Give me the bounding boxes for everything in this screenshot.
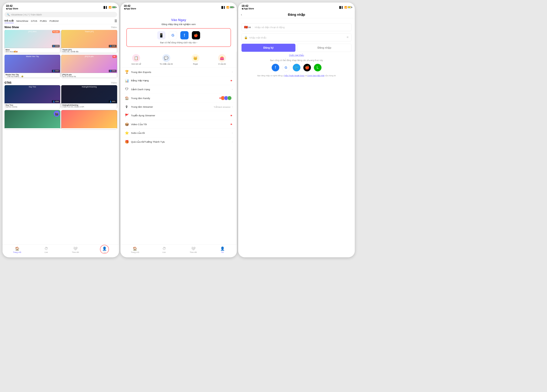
facebook-login-btn[interactable]: f [180,31,189,39]
terms-link-2[interactable]: Chính Sách Bảo Mật [307,74,324,77]
nav-me-1[interactable]: 👤 Tôi [90,246,119,254]
recruit-text: Tuyển dụng Streamer [131,114,230,117]
menu-icon[interactable]: ☰ [114,19,117,23]
streamer-center-chevron: › [232,106,233,108]
modal-section: Vào Ngay Đăng nhập tăng trải nghiệm xem … [121,11,237,52]
live-icon-2: ⏱ [162,247,166,251]
me-icon-1: 👤 [102,247,107,251]
google-btn[interactable]: G [282,64,290,71]
stream-card-r4a[interactable]: 🎬 [5,110,60,129]
social-login-box: 📱 G f 🍎 Bạn có thể dùng những cách này v… [126,28,231,47]
status-left-2: 18:42 ◀ App Store [124,5,136,10]
qa-messages[interactable]: 💬 Tin nhắn của tôi [160,54,173,65]
flag-code[interactable]: 🇻🇳 84 [244,25,252,29]
gifts-icon: 🎁 [125,140,129,144]
stream-card-huytroc[interactable]: 👤 4568 Huy Troc Huy Troc huy troc mixici… [5,85,60,108]
stream-card-r4b[interactable] [61,110,117,129]
menu-gifts[interactable]: 🎁 Quà của tôi/Tướng Thành Tựu › [122,137,235,146]
qa-royal[interactable]: 👑 Royal [192,54,199,65]
apple-logo: 🍎 [305,65,310,70]
stream-badge-mimi: PickMe [52,30,60,33]
tab-pubgm[interactable]: PUBGM [49,20,59,23]
register-button[interactable]: Đăng ký [242,44,295,52]
social-login-row: f G 🐦 🍎 L [242,64,351,71]
status-left-1: 18:42 ◀ App Store [6,5,18,10]
phone-input[interactable] [255,26,349,29]
tab-gta5[interactable]: GTA5 [31,20,37,23]
modal-subtitle: Đăng nhập tăng trải nghiệm xem [126,23,231,26]
eye-icon[interactable]: 👁 [346,36,349,39]
stream-info-mimi: Mimi Mimi dâyyy🥰😻 [5,48,60,53]
qa-history[interactable]: 📋 Xem lịch sử [131,54,141,65]
menu-ranking[interactable]: 📊 Bảng Xếp Hạng › [122,76,235,85]
ranking-icon: 📊 [125,79,129,83]
nav-follow-2[interactable]: 🤍 Theo dõi [179,246,208,254]
password-input[interactable] [249,36,345,39]
tab-pubg[interactable]: PUBG [40,20,47,23]
family-chevron: › [232,97,233,99]
menu-video[interactable]: 📦 Video Của Tôi › [122,120,235,128]
stream-badge-diyeu: PK [112,55,116,58]
back-link-2[interactable]: ◀ App Store [124,8,136,10]
nimo-show-more[interactable]: Thêm › [111,26,117,29]
stream-info-r4b [61,128,117,129]
back-link-1[interactable]: ◀ App Store [6,8,18,10]
forgot-link[interactable]: Quên mật khẩu [242,54,351,57]
menu-glory[interactable]: 🛡 Sảnh Danh Vọng › [122,85,235,94]
stream-card-heo[interactable]: 👤 2020 Master Heo Tây Master Heo Tây ...… [5,55,60,78]
menu-recruit[interactable]: 🚩 Tuyển dụng Streamer › [122,111,235,120]
stream-card-hoang[interactable]: 👤 3951 HoàngAnhGaming HoàngAnhGaming Chơ… [61,85,117,108]
s2-wrapper: Vào Ngay Đăng nhập tăng trải nghiệm xem … [121,11,237,244]
google-login-btn[interactable]: G [169,31,177,39]
family-avatars [221,96,231,100]
nav-home-1[interactable]: 🏠 Trang chủ [3,246,32,254]
gta5-grid: 👤 4568 Huy Troc Huy Troc huy troc mixici… [3,85,119,110]
glory-chevron: › [232,88,233,90]
stream-card-diyeu[interactable]: PK 👤 1541 [Pit] Di yêu [Pit] Di yêu bụt … [61,55,117,78]
nav-live-2[interactable]: ⏱ Live [149,246,179,254]
modal-title: Vào Ngay [126,18,231,22]
tab-nimoshow[interactable]: NimoShow [16,20,28,23]
phone-login-btn[interactable]: 📱 [157,31,166,39]
nav-tabs: Đề xuất NimoShow GTA5 PUBG PUBGM ☰ [3,18,119,24]
screens-container: 18:42 ◀ App Store ▐▌▌ 📶 🔍 AliciaMeow | K… [3,3,355,257]
stream-thumb-thanh: 👤 2161 Thanh [ST] [61,30,117,48]
menu-esports[interactable]: 🏆 Trung tâm Esports › [122,68,235,76]
nav-live-1[interactable]: ⏱ Live [32,246,61,254]
terms-link-1[interactable]: Thỏa Thuận Người Dùng [284,74,304,77]
login-form: 🇻🇳 84 🔒 👁 Đăng ký Đăng nhập Quên mật khẩ… [238,18,355,257]
facebook-btn[interactable]: f [271,64,279,71]
twitter-btn[interactable]: 🐦 [293,64,300,71]
viewer-count-heo: 👤 2020 [52,70,60,72]
qa-history-label: Xem lịch sử [131,63,141,65]
apple-btn[interactable]: 🍎 [303,64,311,71]
nav-follow-1[interactable]: 🤍 Theo dõi [61,246,90,254]
password-input-wrapper: 🔒 👁 [242,33,351,41]
gta5-more[interactable]: Thêm › [111,82,117,84]
login-button[interactable]: Đăng nhập [297,44,351,52]
nav-follow-label-2: Theo dõi [190,251,197,253]
search-bar[interactable]: 🔍 AliciaMeow | KL7 | Trám Bánh [5,12,117,17]
stream-thumb-r4a: 🎬 [5,110,60,128]
status-bar-3: 18:42 ◀ App Store ▐▌▌ 📶 [238,3,355,11]
qa-wallet[interactable]: 👛 Ví của tôi [218,54,226,65]
streamer-center-icon: 🎙 [125,105,129,109]
stream-card-thanh[interactable]: 👤 2161 Thanh [ST] Thanh [ST] Đừng vào, n… [61,30,117,53]
menu-family[interactable]: 🏠 Trung tâm Family › [122,94,235,103]
line-btn[interactable]: L [314,64,321,71]
nav-me-2[interactable]: 👤 Tôi [208,246,237,254]
viewer-count-thanh: 👤 2161 [109,45,116,47]
btn-row: Đăng ký Đăng nhập [242,44,351,52]
back-button[interactable]: ‹ [241,13,242,16]
qa-history-icon: 📋 [132,54,140,62]
tab-de-xuat[interactable]: Đề xuất [5,19,14,23]
apple-login-btn[interactable]: 🍎 [192,31,200,39]
stream-card-mimi[interactable]: PickMe 👤 4492 [PIT] Mimi Mimi Mimi dâyyy… [5,30,60,53]
menu-subs[interactable]: ⭐ Subs của tôi › [122,129,235,137]
login-modal: Vào Ngay Đăng nhập tăng trải nghiệm xem … [123,14,234,50]
back-link-3[interactable]: ◀ App Store [242,8,254,10]
nav-home-2[interactable]: 🏠 Trang chủ [121,246,150,254]
nav-follow-label-1: Theo dõi [72,251,79,253]
menu-streamer-center[interactable]: 🎙 Trung tâm Streamer Trở thành streamer … [122,103,235,111]
family-avatar-3 [227,96,232,100]
